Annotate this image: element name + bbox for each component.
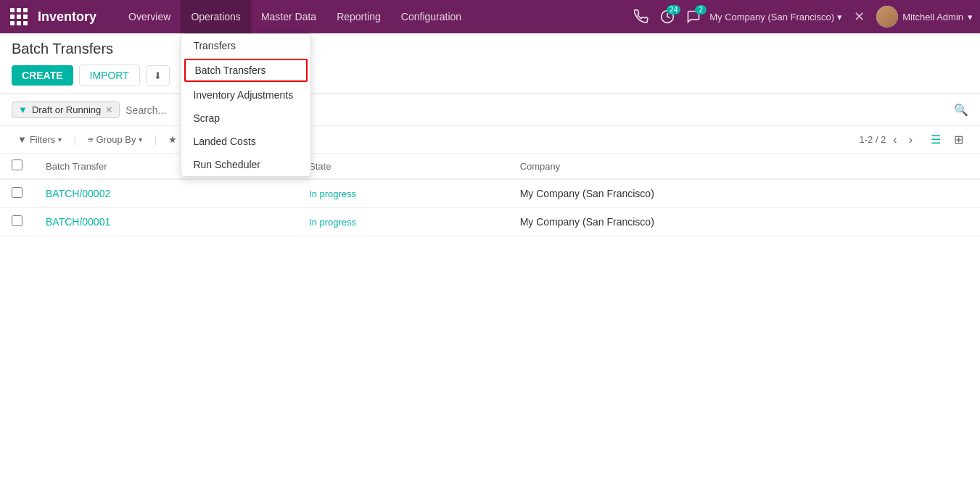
- row-checkbox-cell: [0, 179, 34, 208]
- action-bar: CREATE IMPORT ⬇: [12, 65, 968, 94]
- table-row[interactable]: BATCH/00002 In progress My Company (San …: [0, 179, 980, 208]
- create-button[interactable]: CREATE: [12, 65, 73, 86]
- prev-page-button[interactable]: ‹: [889, 132, 901, 148]
- operations-dropdown: Transfers Batch Transfers Inventory Adju…: [181, 33, 311, 177]
- select-all-checkbox[interactable]: [12, 159, 22, 170]
- star-icon: ★: [168, 134, 177, 145]
- group-by-button[interactable]: ≡ Group By ▾: [82, 131, 149, 148]
- row-company: My Company (San Francisco): [508, 179, 980, 208]
- clock-badge: 24: [667, 5, 680, 14]
- filters-button[interactable]: ▼ Filters ▾: [12, 131, 67, 148]
- row-checkbox-cell: [0, 208, 34, 236]
- import-button[interactable]: IMPORT: [79, 65, 140, 86]
- next-page-button[interactable]: ›: [905, 132, 917, 148]
- download-icon: ⬇: [154, 70, 162, 81]
- row-state: In progress: [297, 179, 508, 208]
- pagination: 1-2 / 2 ‹ ›: [859, 132, 917, 148]
- view-toggle: ☰ ⊞: [926, 130, 968, 149]
- apps-icon[interactable]: [7, 5, 30, 28]
- page-title: Batch Transfers: [12, 41, 968, 57]
- filter-tag-label: Draft or Running: [32, 104, 101, 115]
- filter-remove-icon[interactable]: ✕: [105, 104, 113, 115]
- nav-item-overview[interactable]: Overview: [118, 0, 181, 33]
- table-header-row: Batch Transfer State Company: [0, 154, 980, 179]
- user-menu[interactable]: Mitchell Admin ▾: [876, 6, 973, 28]
- nav-menu: Overview Operations Transfers Batch Tran…: [118, 0, 631, 33]
- dropdown-item-batch-transfers[interactable]: Batch Transfers: [184, 59, 308, 82]
- phone-icon[interactable]: [631, 7, 651, 27]
- data-table: Batch Transfer State Company BATCH/00002…: [0, 154, 980, 236]
- dropdown-item-run-scheduler[interactable]: Run Scheduler: [181, 153, 310, 176]
- row-checkbox[interactable]: [12, 187, 22, 198]
- dropdown-item-inventory-adjustments[interactable]: Inventory Adjustments: [181, 83, 310, 107]
- grid-view-button[interactable]: ⊞: [949, 130, 968, 149]
- filter-icon: ▼: [17, 134, 27, 145]
- row-name[interactable]: BATCH/00001: [34, 208, 297, 236]
- row-state: In progress: [297, 208, 508, 236]
- table-row[interactable]: BATCH/00001 In progress My Company (San …: [0, 208, 980, 236]
- app-brand: Inventory: [38, 9, 96, 25]
- row-company: My Company (San Francisco): [508, 208, 980, 236]
- group-by-icon: ≡: [88, 134, 94, 145]
- search-bar: ▼ Draft or Running ✕ 🔍: [0, 94, 980, 126]
- download-button[interactable]: ⬇: [146, 65, 170, 86]
- message-icon[interactable]: 2: [683, 7, 704, 27]
- select-all-header: [0, 154, 34, 179]
- filter-bar: ▼ Filters ▾ | ≡ Group By ▾ | ★ Favorites…: [0, 126, 980, 154]
- search-icon[interactable]: 🔍: [954, 103, 968, 117]
- row-checkbox[interactable]: [12, 215, 22, 226]
- dropdown-item-landed-costs[interactable]: Landed Costs: [181, 130, 310, 153]
- company-selector[interactable]: My Company (San Francisco) ▾: [709, 12, 842, 22]
- avatar: [876, 6, 898, 28]
- dropdown-item-transfers[interactable]: Transfers: [181, 34, 310, 57]
- list-view-button[interactable]: ☰: [926, 130, 946, 149]
- top-nav: Inventory Overview Operations Transfers …: [0, 0, 980, 33]
- message-badge: 2: [695, 5, 707, 14]
- col-state: State: [297, 154, 508, 179]
- nav-item-reporting[interactable]: Reporting: [326, 0, 391, 33]
- close-icon[interactable]: ✕: [848, 6, 870, 28]
- nav-item-operations[interactable]: Operations Transfers Batch Transfers Inv…: [181, 0, 250, 33]
- table-body: BATCH/00002 In progress My Company (San …: [0, 179, 980, 236]
- filter-tag: ▼ Draft or Running ✕: [12, 101, 120, 118]
- nav-item-configuration[interactable]: Configuration: [391, 0, 472, 33]
- funnel-icon: ▼: [18, 104, 28, 115]
- main-content: ▼ Draft or Running ✕ 🔍 ▼ Filters ▾ | ≡ G…: [0, 94, 980, 485]
- nav-item-master-data[interactable]: Master Data: [251, 0, 326, 33]
- row-name[interactable]: BATCH/00002: [34, 179, 297, 208]
- dropdown-item-scrap[interactable]: Scrap: [181, 107, 310, 130]
- col-company: Company: [508, 154, 980, 179]
- nav-right: 24 2 My Company (San Francisco) ▾ ✕ Mitc…: [631, 6, 973, 28]
- sub-header: Batch Transfers CREATE IMPORT ⬇: [0, 33, 980, 94]
- clock-icon[interactable]: 24: [657, 7, 678, 27]
